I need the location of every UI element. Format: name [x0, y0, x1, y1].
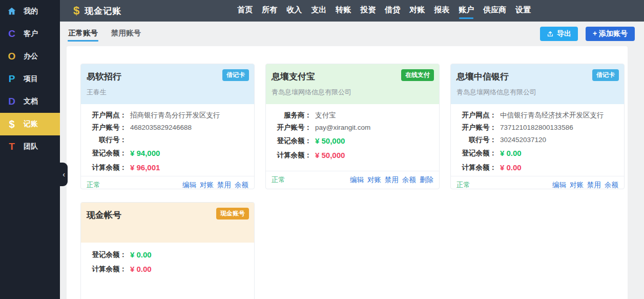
- export-button[interactable]: 导出: [540, 27, 578, 41]
- field-value: 中信银行青岛经济技术开发区支行: [500, 109, 604, 122]
- account-type-badge: 借记卡: [592, 69, 619, 81]
- sidebar-item-label: 团队: [24, 142, 38, 151]
- nav-item-reconcile[interactable]: 对账: [409, 2, 425, 19]
- field-row: 登记余额： ¥ 0.00: [456, 146, 618, 161]
- sidebar-item-label: 记账: [24, 119, 38, 129]
- nav-item-expense[interactable]: 支出: [311, 2, 326, 19]
- link-reconcile[interactable]: 对账: [570, 181, 584, 189]
- account-type-badge: 现金账号: [216, 208, 249, 220]
- app-title: 现金记账: [85, 5, 121, 17]
- field-row: 服务商： 支付宝: [272, 109, 433, 122]
- nav-item-reports[interactable]: 报表: [434, 2, 449, 19]
- card-footer: 正常 编辑 对账 禁用 余额 删除: [266, 171, 439, 189]
- tab-normal-accounts[interactable]: 正常账号: [68, 25, 98, 43]
- account-subtitle: 王春生: [87, 88, 249, 97]
- field-row: 登记余额： ¥ 94,000: [87, 146, 248, 161]
- nav-item-transfer[interactable]: 转账: [336, 2, 351, 19]
- card-footer: 正常 编辑 对账 禁用 余额: [81, 176, 254, 189]
- field-value: 4682035829246688: [130, 122, 192, 134]
- field-row: 开户网点： 招商银行青岛分行开发区支行: [87, 109, 248, 122]
- link-reconcile[interactable]: 对账: [367, 175, 381, 185]
- field-label: 开户账号：: [87, 122, 127, 134]
- field-label: 开户账号：: [456, 122, 496, 134]
- sidebar-item-projects[interactable]: P 项目: [0, 68, 60, 90]
- app-logo-dollar-icon: $: [73, 5, 79, 16]
- card-body: 登记余额： ¥ 0.00 计算余额： ¥ 0.00: [81, 243, 254, 299]
- link-delete[interactable]: 删除: [420, 175, 433, 185]
- field-label: 联行号：: [87, 134, 127, 146]
- registered-balance: ¥ 0.00: [130, 248, 152, 262]
- top-navigation: 首页 所有 收入 支出 转账 投资 借贷 对账 报表 账户 供应商 设置: [237, 0, 531, 22]
- card-header: 息壤中信银行 借记卡 青岛息壤网络信息有限公司: [451, 64, 624, 104]
- sidebar-item-label: 项目: [24, 74, 38, 84]
- letter-t-icon: T: [6, 141, 18, 152]
- account-subtitle: [87, 226, 249, 234]
- link-edit[interactable]: 编辑: [182, 181, 196, 189]
- sidebar-collapse-toggle[interactable]: ‹: [60, 163, 68, 186]
- field-label: 计算余额：: [87, 161, 127, 175]
- nav-item-accounts[interactable]: 账户: [459, 2, 474, 19]
- field-row: 联行号： 302452037120: [456, 134, 618, 146]
- field-value: 招商银行青岛分行开发区支行: [130, 109, 220, 122]
- link-reconcile[interactable]: 对账: [200, 181, 214, 189]
- nav-item-suppliers[interactable]: 供应商: [483, 2, 506, 19]
- nav-item-home[interactable]: 首页: [237, 2, 253, 19]
- sidebar-item-bookkeeping[interactable]: $ 记账: [0, 113, 60, 135]
- registered-balance: ¥ 0.00: [500, 146, 522, 161]
- field-row: 计算余额： ¥ 0.00: [87, 262, 248, 276]
- chevron-left-icon: ‹: [63, 170, 65, 178]
- link-balance[interactable]: 余额: [235, 181, 248, 189]
- sidebar-item-office[interactable]: O 办公: [0, 45, 60, 68]
- nav-item-income[interactable]: 收入: [286, 2, 302, 19]
- card-body: 开户网点： 中信银行青岛经济技术开发区支行 开户账号： 737121018280…: [451, 104, 624, 176]
- link-balance[interactable]: 余额: [605, 181, 618, 189]
- add-account-button[interactable]: + 添加账号: [586, 27, 635, 41]
- field-label: 联行号：: [456, 134, 496, 146]
- letter-o-icon: O: [6, 51, 18, 62]
- link-disable[interactable]: 禁用: [385, 175, 399, 185]
- field-value: 302452037120: [500, 134, 546, 146]
- field-row: 联行号：: [87, 134, 248, 146]
- sidebar-item-documents[interactable]: D 文档: [0, 90, 60, 113]
- field-label: 计算余额：: [87, 262, 127, 276]
- link-edit[interactable]: 编辑: [350, 175, 364, 185]
- account-type-badge: 在线支付: [401, 69, 434, 81]
- link-edit[interactable]: 编辑: [552, 181, 566, 189]
- sidebar-item-my[interactable]: 我的: [0, 0, 60, 23]
- nav-item-settings[interactable]: 设置: [515, 2, 531, 19]
- nav-item-investment[interactable]: 投资: [360, 2, 376, 19]
- field-label: 开户账号：: [272, 122, 311, 134]
- sidebar-item-customers[interactable]: C 客户: [0, 23, 60, 45]
- account-card-cash: 现金帐号 现金账号 登记余额： ¥ 0.00 计算余额： ¥ 0.00: [80, 202, 255, 299]
- field-row: 开户网点： 中信银行青岛经济技术开发区支行: [456, 109, 618, 122]
- account-subtitle: 青岛息壤网络信息有限公司: [272, 88, 434, 97]
- status-badge: 正常: [456, 181, 470, 189]
- nav-item-all[interactable]: 所有: [262, 2, 277, 19]
- tab-disabled-accounts[interactable]: 禁用账号: [111, 25, 141, 43]
- nav-item-loan[interactable]: 借贷: [385, 2, 400, 19]
- field-row: 开户账号： 4682035829246688: [87, 122, 248, 134]
- letter-p-icon: P: [6, 73, 18, 85]
- status-badge: 正常: [87, 181, 100, 189]
- field-row: 计算余额： ¥ 96,001: [87, 161, 248, 175]
- status-badge: 正常: [272, 175, 285, 185]
- calculated-balance: ¥ 0.00: [130, 262, 152, 276]
- accounts-panel: 易软招行 借记卡 王春生 开户网点： 招商银行青岛分行开发区支行 开户账号： 4…: [67, 46, 628, 299]
- sidebar-item-label: 文档: [24, 97, 38, 106]
- dollar-icon: $: [6, 118, 18, 130]
- sidebar-item-team[interactable]: T 团队: [0, 135, 60, 158]
- field-label: 计算余额：: [272, 148, 311, 163]
- field-label: 登记余额：: [87, 248, 127, 262]
- card-header: 易软招行 借记卡 王春生: [81, 64, 254, 104]
- card-header: 现金帐号 现金账号: [81, 203, 254, 243]
- field-row: 登记余额： ¥ 50,000: [272, 134, 433, 148]
- field-label: 登记余额：: [456, 146, 496, 161]
- link-disable[interactable]: 禁用: [217, 181, 231, 189]
- sidebar: 我的 C 客户 O 办公 P 项目 D 文档 $ 记账 T 团队: [0, 0, 60, 299]
- card-actions: 编辑 对账 禁用 余额 删除: [350, 175, 433, 185]
- field-label: 开户网点：: [87, 109, 127, 122]
- link-balance[interactable]: 余额: [402, 175, 416, 185]
- field-value: 7371210182800133586: [500, 122, 573, 134]
- sidebar-item-label: 客户: [24, 29, 38, 38]
- link-disable[interactable]: 禁用: [587, 181, 601, 189]
